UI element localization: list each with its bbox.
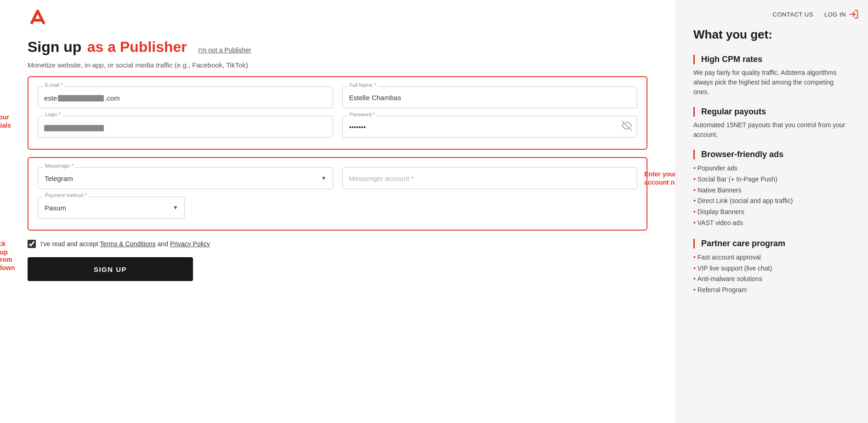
list-item: Fast account approval [693,252,850,263]
credentials-annotation: Enter yourcredentials [0,113,11,130]
terms-checkbox[interactable] [28,240,36,248]
login-icon[interactable] [849,9,859,19]
email-label: E-mail * [43,82,65,88]
right-sidebar: CONTACT US LOG IN What you get: High CPM… [675,0,868,423]
choose-dropdown-annotation: Choose fromthe dropdown [0,255,15,272]
terms-link[interactable]: Terms & Conditions [100,240,155,248]
feature-heading: High CPM rates [693,55,850,64]
list-item: VIP live support (live chat) [693,263,850,274]
payment-select-wrapper: PaxumPayPalWire TransferBitcoinWebmoney … [38,197,185,219]
feature-heading: Partner care program [693,239,850,248]
list-item: VAST video ads [693,218,850,229]
password-group: Password * [342,116,638,138]
sidebar-title: What you get: [693,28,850,42]
feature-list: Fast account approvalVIP live support (l… [693,252,850,296]
login-label: Login * [43,112,62,117]
list-item: Social Bar (+ In-Page Push) [693,174,850,185]
feature-text: We pay fairly for quality traffic. Adste… [693,68,850,97]
page-title-black: Sign up [28,39,81,55]
logo[interactable] [28,7,48,29]
fullname-group: Full Name * [342,86,638,108]
feature-section: High CPM ratesWe pay fairly for quality … [693,55,850,97]
email-group: E-mail * este.com [38,86,333,108]
messenger-section: Messenger * TelegramSkypeWhatsAppDiscord… [28,157,647,231]
payment-select[interactable]: PaxumPayPalWire TransferBitcoinWebmoney [38,197,185,219]
messenger-select-wrapper: TelegramSkypeWhatsAppDiscord ▼ [38,167,333,189]
list-item: Referral Program [693,285,850,296]
not-publisher-link[interactable]: I'm not a Publisher [198,46,251,54]
fullname-input[interactable] [342,86,638,108]
credentials-section: E-mail * este.com Full Name * Login * [28,76,647,150]
feature-section: Partner care programFast account approva… [693,239,850,296]
features-container: High CPM ratesWe pay fairly for quality … [693,55,850,296]
page-title-red: as a Publisher [87,39,187,55]
subtitle: Monetize website, in-app, or social medi… [28,61,647,69]
list-item: Direct Link (social and app traffic) [693,196,850,207]
feature-heading: Browser-friendly ads [693,150,850,159]
list-item: Anti-malware solutions [693,274,850,285]
feature-text: Automated 15NET payouts that you control… [693,120,850,140]
feature-section: Browser-friendly adsPopunder adsSocial B… [693,150,850,229]
messenger-account-group [342,167,638,189]
messenger-label: Messenger * [43,163,75,169]
login-input[interactable] [38,116,333,138]
eye-icon[interactable] [622,121,632,133]
messenger-select[interactable]: TelegramSkypeWhatsAppDiscord [38,167,333,189]
messenger-account-input[interactable] [342,167,638,189]
log-in-link[interactable]: LOG IN [824,11,846,18]
list-item: Display Banners [693,207,850,218]
login-group: Login * [38,116,333,138]
sidebar-top-nav: CONTACT US LOG IN [773,9,859,19]
fullname-label: Full Name * [348,82,378,88]
feature-list: Popunder adsSocial Bar (+ In-Page Push)N… [693,163,850,229]
email-input[interactable] [38,86,333,108]
list-item: Popunder ads [693,163,850,174]
payment-method-group: Payment method * PaxumPayPalWire Transfe… [38,197,185,219]
checkbox-area: I've read and accept Terms & Conditions … [28,240,647,248]
feature-heading: Regular payouts [693,107,850,117]
contact-us-link[interactable]: CONTACT US [773,11,813,18]
feature-section: Regular payoutsAutomated 15NET payouts t… [693,107,850,140]
privacy-link[interactable]: Privacy Policy [170,240,210,248]
password-label: Password * [348,112,377,117]
page-title-area: Sign up as a Publisher I'm not a Publish… [28,39,647,56]
signup-button[interactable]: SIGN UP [28,257,193,281]
password-input[interactable] [342,116,638,138]
messenger-group: Messenger * TelegramSkypeWhatsAppDiscord… [38,167,333,189]
password-wrapper [342,116,638,138]
checkbox-label: I've read and accept Terms & Conditions … [40,240,210,248]
payment-method-label: Payment method * [43,192,89,198]
list-item: Native Banners [693,185,850,196]
put-tick-annotation: Put a tickto sign up [0,240,8,256]
